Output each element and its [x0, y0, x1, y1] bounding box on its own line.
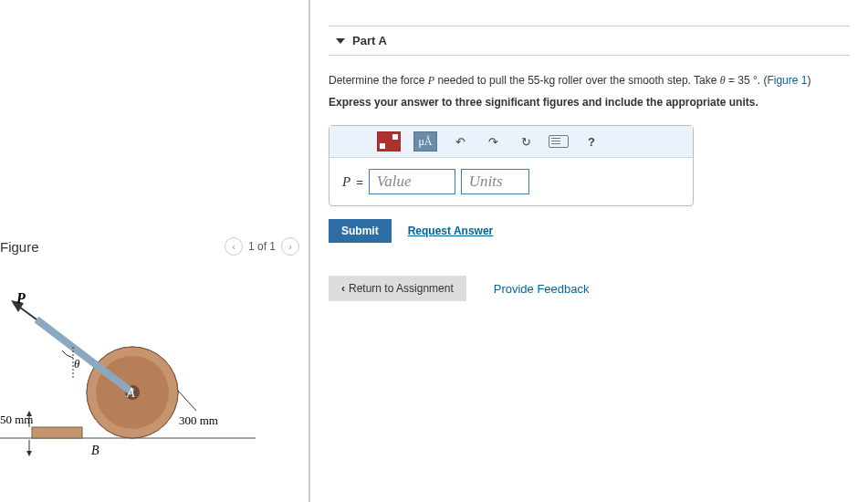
answer-box: μÅ ↶ ↷ ↻ ? P = Value Units: [329, 125, 694, 206]
figure-page-label: 1 of 1: [248, 240, 276, 253]
collapse-icon: [336, 38, 345, 44]
fig-dim1: 50 mm: [0, 413, 33, 426]
undo-icon[interactable]: ↶: [450, 131, 470, 152]
keyboard-icon[interactable]: [549, 131, 569, 152]
svg-line-13: [178, 391, 196, 411]
part-header[interactable]: Part A: [329, 26, 850, 56]
return-button[interactable]: ‹ Return to Assignment: [329, 276, 466, 301]
svg-marker-12: [26, 451, 32, 456]
value-input[interactable]: Value: [369, 169, 455, 194]
chevron-left-icon: ‹: [341, 282, 345, 295]
svg-rect-0: [32, 427, 82, 438]
figure-image: P θ A B 50 mm 300 mm: [0, 292, 299, 468]
symbols-button[interactable]: μÅ: [413, 131, 437, 152]
provide-feedback-link[interactable]: Provide Feedback: [494, 282, 590, 296]
answer-instruction: Express your answer to three significant…: [329, 94, 850, 110]
template-icon[interactable]: [377, 131, 401, 152]
request-answer-link[interactable]: Request Answer: [408, 225, 494, 237]
variable-P: P: [342, 174, 350, 190]
submit-button[interactable]: Submit: [329, 219, 392, 243]
problem-prompt: Determine the force P needed to pull the…: [329, 72, 850, 110]
figure-title: Figure: [0, 239, 39, 255]
figure-link[interactable]: Figure 1: [767, 74, 807, 87]
next-figure-button[interactable]: ›: [281, 237, 299, 256]
fig-theta-label: θ: [74, 357, 80, 371]
equals-sign: =: [356, 175, 363, 189]
fig-B-label: B: [91, 444, 99, 457]
part-label: Part A: [352, 34, 387, 47]
fig-P-label: P: [16, 292, 26, 306]
help-icon[interactable]: ?: [581, 131, 601, 152]
units-input[interactable]: Units: [461, 169, 529, 194]
fig-dim2: 300 mm: [179, 413, 218, 427]
redo-icon[interactable]: ↷: [483, 131, 503, 152]
reset-icon[interactable]: ↻: [516, 131, 536, 152]
prev-figure-button[interactable]: ‹: [225, 237, 243, 256]
figure-pager: ‹ 1 of 1 ›: [225, 237, 299, 256]
fig-A-label: A: [126, 386, 135, 400]
